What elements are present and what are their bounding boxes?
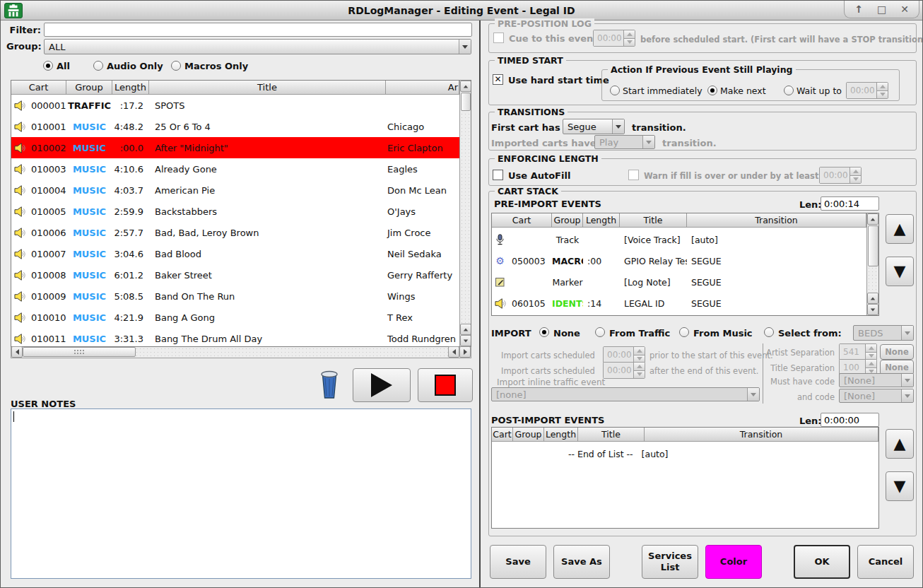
scroll-down-icon[interactable] bbox=[867, 304, 878, 315]
spinner-arrows[interactable] bbox=[633, 347, 645, 363]
pre-import-vscrollbar[interactable] bbox=[866, 213, 878, 315]
header-cart[interactable]: Cart bbox=[492, 213, 552, 228]
spinner-arrows[interactable] bbox=[633, 363, 645, 378]
select-from-select[interactable]: BEDS bbox=[853, 325, 914, 341]
scroll-left-icon[interactable] bbox=[448, 346, 459, 358]
radio-import-select-from[interactable] bbox=[764, 327, 774, 337]
after-time-spinner[interactable]: 00:00 bbox=[603, 362, 645, 379]
spinner-arrows[interactable] bbox=[849, 167, 861, 183]
maximize-icon[interactable]: □ bbox=[877, 4, 886, 15]
use-hard-start-checkbox[interactable] bbox=[493, 74, 503, 85]
header-cart[interactable]: Cart bbox=[11, 81, 66, 95]
scroll-up-icon[interactable] bbox=[867, 293, 878, 304]
header-cart[interactable]: Cart bbox=[492, 428, 513, 442]
library-row[interactable]: 010007 MUSIC 3:04.6 Bad Blood Neil Sedak… bbox=[11, 243, 459, 264]
post-import-move-down-button[interactable]: ▼ bbox=[886, 471, 914, 501]
pre-import-row[interactable]: Marker [Log Note] SEGUE bbox=[492, 271, 866, 293]
vscroll-thumb[interactable] bbox=[461, 93, 471, 111]
header-title[interactable]: Title bbox=[578, 428, 645, 442]
prior-time-spinner[interactable]: 00:00 bbox=[603, 346, 645, 363]
play-button[interactable] bbox=[353, 368, 411, 402]
color-button[interactable]: Color bbox=[705, 545, 762, 579]
cue-time-spinner[interactable]: 00:00 bbox=[593, 30, 635, 47]
radio-macros-only[interactable] bbox=[171, 61, 181, 71]
header-length[interactable]: Length bbox=[544, 428, 578, 442]
library-row[interactable]: 010004 MUSIC 4:03.7 American Pie Don Mc … bbox=[11, 180, 459, 201]
library-row[interactable]: 010009 MUSIC 5:08.5 Band On The Run Wing… bbox=[11, 286, 459, 307]
close-icon[interactable]: ✕ bbox=[900, 4, 909, 15]
ok-button[interactable]: OK bbox=[794, 545, 850, 579]
header-artist[interactable]: Ar bbox=[386, 81, 459, 95]
must-have-code-select[interactable]: [None] bbox=[839, 373, 914, 387]
spinner-arrows[interactable] bbox=[876, 83, 888, 98]
pre-import-table[interactable]: Cart Group Length Title Transition Track… bbox=[491, 213, 879, 316]
imported-transition-select[interactable]: Play bbox=[594, 135, 655, 149]
header-length[interactable]: Length bbox=[112, 81, 149, 95]
scroll-up-icon[interactable] bbox=[867, 213, 878, 225]
use-autofill-checkbox[interactable] bbox=[493, 170, 503, 180]
scroll-down-icon[interactable] bbox=[460, 335, 471, 346]
services-list-button[interactable]: Services List bbox=[642, 545, 698, 579]
first-transition-select[interactable]: Segue bbox=[563, 119, 625, 134]
cue-to-event-checkbox[interactable] bbox=[493, 33, 504, 43]
artist-separation-spinner[interactable]: 541 bbox=[839, 343, 877, 360]
save-button[interactable]: Save bbox=[490, 545, 546, 579]
header-transition[interactable]: Transition bbox=[687, 213, 866, 228]
pre-import-row[interactable]: Track [Voice Track] [auto] bbox=[492, 229, 866, 250]
artist-separation-none-button[interactable]: None bbox=[880, 344, 914, 360]
scroll-left-icon[interactable] bbox=[11, 346, 23, 358]
scroll-up-icon[interactable] bbox=[460, 324, 471, 335]
vscroll-thumb[interactable] bbox=[868, 225, 878, 266]
pre-import-row[interactable]: ⚙050003 MACROS :00 GPIO Relay Test SEGUE bbox=[492, 250, 866, 271]
scroll-up-icon[interactable] bbox=[460, 81, 471, 92]
title-bar[interactable]: RDLogManager - Editing Event - Legal ID … bbox=[1, 1, 922, 20]
pre-import-move-up-button[interactable]: ▲ bbox=[886, 214, 914, 244]
header-transition[interactable]: Transition bbox=[645, 428, 878, 442]
spinner-arrows[interactable] bbox=[865, 344, 876, 360]
radio-import-none[interactable] bbox=[539, 327, 549, 337]
cancel-button[interactable]: Cancel bbox=[857, 545, 914, 579]
user-notes-textarea[interactable] bbox=[11, 408, 471, 579]
library-row[interactable]: 010005 MUSIC 2:59.9 Backstabbers O'Jays bbox=[11, 201, 459, 222]
group-select[interactable]: ALL bbox=[44, 39, 471, 54]
warn-time-spinner[interactable]: 00:00 bbox=[819, 167, 862, 184]
pre-import-move-down-button[interactable]: ▼ bbox=[886, 257, 914, 286]
library-row[interactable]: 010001 MUSIC 4:48.2 25 Or 6 To 4 Chicago bbox=[11, 116, 459, 137]
library-row[interactable]: 010010 MUSIC 4:21.9 Bang A Gong T Rex bbox=[11, 307, 459, 328]
post-import-len-field[interactable] bbox=[821, 413, 879, 427]
radio-start-immediately[interactable] bbox=[610, 86, 620, 95]
and-code-select[interactable]: [None] bbox=[839, 389, 914, 403]
pre-import-len-field[interactable] bbox=[821, 196, 879, 211]
library-row[interactable]: 010008 MUSIC 6:01.2 Baker Street Gerry R… bbox=[11, 264, 459, 286]
wait-time-spinner[interactable]: 00:00 bbox=[846, 82, 888, 99]
header-title[interactable]: Title bbox=[149, 81, 386, 95]
radio-import-from-traffic[interactable] bbox=[595, 327, 605, 337]
library-hscrollbar[interactable] bbox=[11, 347, 471, 358]
warn-fill-checkbox[interactable] bbox=[628, 170, 639, 180]
library-row[interactable]: 010003 MUSIC 4:10.6 Already Gone Eagles bbox=[11, 158, 459, 180]
library-row[interactable]: 010006 MUSIC 2:57.7 Bad, Bad, Leroy Brow… bbox=[11, 222, 459, 243]
radio-all[interactable] bbox=[43, 61, 53, 71]
save-as-button[interactable]: Save As bbox=[553, 545, 610, 579]
library-row[interactable]: 000001 TRAFFIC :17.2 SPOTS bbox=[11, 95, 459, 116]
header-group[interactable]: Group bbox=[66, 81, 112, 95]
inline-traffic-select[interactable]: [none] bbox=[491, 387, 760, 401]
scroll-right-icon[interactable] bbox=[459, 346, 471, 358]
end-of-list-row[interactable]: -- End of List -- [auto] bbox=[492, 443, 878, 464]
library-row[interactable]: 010011 MUSIC 3:31.3 Bang The Drum All Da… bbox=[11, 328, 459, 347]
rollup-icon[interactable]: ↑ bbox=[854, 4, 863, 15]
header-title[interactable]: Title bbox=[620, 213, 687, 228]
library-vscrollbar[interactable] bbox=[459, 81, 471, 346]
radio-make-next[interactable] bbox=[707, 86, 717, 95]
header-group[interactable]: Group bbox=[552, 213, 583, 228]
library-row-selected[interactable]: 010002 MUSIC :00.0 After "Midnight" Eric… bbox=[11, 137, 459, 158]
header-group[interactable]: Group bbox=[513, 428, 544, 442]
radio-import-from-music[interactable] bbox=[679, 327, 689, 337]
trash-icon[interactable] bbox=[320, 370, 339, 399]
spinner-arrows[interactable] bbox=[623, 30, 635, 46]
hscroll-thumb[interactable] bbox=[23, 347, 136, 357]
pre-import-row[interactable]: 060105 IDENTS :14 LEGAL ID SEGUE bbox=[492, 293, 866, 314]
cart-library-table[interactable]: Cart Group Length Title Ar 000001 TRAFFI… bbox=[11, 80, 471, 347]
stop-button[interactable] bbox=[418, 368, 473, 402]
post-import-table[interactable]: Cart Group Length Title Transition -- En… bbox=[491, 427, 879, 529]
